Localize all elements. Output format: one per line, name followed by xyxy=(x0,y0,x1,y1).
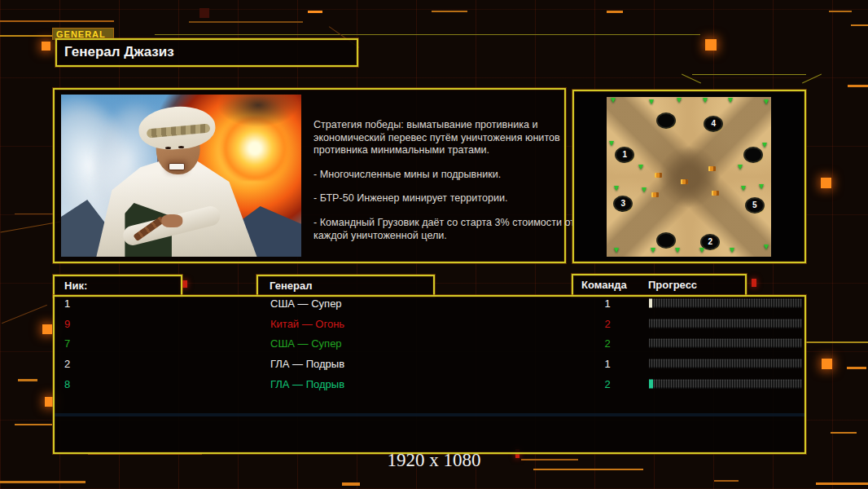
player-nick: 1 xyxy=(64,297,70,310)
nick-header-box: Ник: xyxy=(53,275,182,297)
map-start-position: 3 xyxy=(615,197,631,210)
player-nick: 8 xyxy=(64,377,70,390)
team-header-label: Команда xyxy=(581,279,627,291)
player-nick: 7 xyxy=(64,337,70,350)
bg-line xyxy=(0,221,60,232)
map-flag-icon xyxy=(759,184,764,189)
table-row: 8 ГЛА — Подрыв 2 xyxy=(55,373,804,394)
map-flag-icon xyxy=(614,186,619,191)
bg-line xyxy=(15,424,52,425)
map-flag-icon xyxy=(730,248,734,253)
map-start-position: 1 xyxy=(616,148,633,161)
map-flag-icon xyxy=(614,248,619,253)
bg-line xyxy=(831,432,857,434)
general-header-label: Генерал xyxy=(270,280,312,292)
map-start-position xyxy=(745,148,761,161)
map-flag-icon xyxy=(762,143,767,148)
bg-line xyxy=(692,74,806,75)
bg-line xyxy=(189,21,303,23)
map-start-position: 5 xyxy=(747,199,763,212)
bg-line xyxy=(847,367,866,369)
table-row: 7 США — Супер 2 xyxy=(55,333,804,354)
map-start-position: 2 xyxy=(702,236,718,249)
bg-strip xyxy=(55,413,804,416)
player-team: 1 xyxy=(598,358,617,370)
bg-line xyxy=(682,74,701,84)
bg-square-orange xyxy=(705,39,717,51)
player-rows: 1 США — Супер 1 9 Китай — Огонь 2 7 США … xyxy=(55,297,804,452)
player-progress-bar xyxy=(649,319,802,328)
strategy-bullet: - Командный Грузовик даёт со старта 3% с… xyxy=(313,217,579,242)
map-flag-icon xyxy=(675,248,680,253)
bg-square-orange xyxy=(42,42,50,51)
player-progress-bar xyxy=(649,359,802,368)
bg-line xyxy=(829,11,852,12)
bg-line xyxy=(2,305,47,324)
map-start-position xyxy=(658,114,674,127)
map-flag-icon xyxy=(649,99,654,104)
player-general: США — Супер xyxy=(270,337,342,350)
player-general: США — Супер xyxy=(270,297,342,310)
general-name: Генерал Джазиз xyxy=(57,40,357,60)
player-team: 2 xyxy=(598,377,617,390)
nick-header-label: Ник: xyxy=(64,280,87,292)
bg-line xyxy=(342,482,360,486)
map-flag-icon xyxy=(741,186,746,191)
player-progress-bar xyxy=(649,299,802,308)
map-flag-icon xyxy=(642,187,647,192)
player-team: 2 xyxy=(598,337,617,350)
bg-line xyxy=(0,481,85,483)
progress-tick xyxy=(649,379,653,388)
map-start-position xyxy=(658,234,674,247)
bg-square-orange xyxy=(822,359,832,369)
map-flag-icon xyxy=(611,98,616,103)
player-nick: 2 xyxy=(64,358,70,370)
bg-square-orange xyxy=(821,178,831,188)
minimap-panel: 14352 xyxy=(572,90,806,263)
map-flag-icon xyxy=(609,141,614,146)
map-flag-icon xyxy=(703,98,708,103)
map-vehicle-icon xyxy=(681,179,688,184)
player-general: Китай — Огонь xyxy=(270,317,344,329)
player-progress-bar xyxy=(649,379,802,388)
player-general: ГЛА — Подрыв xyxy=(270,358,344,370)
progress-tick xyxy=(649,299,652,308)
bg-square-red xyxy=(182,280,187,288)
general-portrait xyxy=(61,95,301,257)
map-flag-icon xyxy=(738,165,743,170)
player-progress-bar xyxy=(649,339,802,348)
map-vehicle-icon xyxy=(708,166,716,171)
bg-line xyxy=(851,24,868,26)
map-flag-icon xyxy=(699,248,704,253)
player-team: 2 xyxy=(598,317,617,329)
map-flag-icon xyxy=(638,165,643,170)
team-progress-header-box: Команда Прогресс xyxy=(572,274,747,297)
bg-line xyxy=(804,341,868,343)
players-panel: 1 США — Супер 1 9 Китай — Огонь 2 7 США … xyxy=(53,295,806,454)
map-vehicle-icon xyxy=(651,192,659,197)
figure-eye-art xyxy=(178,146,184,148)
map-start-position: 4 xyxy=(705,117,721,130)
map-flag-icon xyxy=(677,98,682,103)
bg-line xyxy=(308,11,322,13)
map-vehicle-icon xyxy=(712,191,719,196)
bg-line xyxy=(816,482,868,485)
bg-line xyxy=(607,11,623,13)
bg-line xyxy=(802,74,822,84)
map-flag-icon xyxy=(728,98,733,103)
smoke-art xyxy=(205,95,301,134)
bg-line xyxy=(18,379,37,381)
bg-line xyxy=(432,11,467,12)
table-row: 1 США — Супер 1 xyxy=(55,297,804,314)
map-vehicle-icon xyxy=(655,173,662,178)
player-general: ГЛА — Подрыв xyxy=(270,377,344,390)
resolution-label: 1920 x 1080 xyxy=(0,450,868,471)
figure-hand-art xyxy=(161,214,182,227)
bg-line xyxy=(155,34,700,35)
bg-line xyxy=(714,480,739,482)
strategy-bullet: - БТР-50 Инженер минирует территории. xyxy=(313,192,579,205)
loading-screen: GENERAL Генерал Джазиз Стратегия поб xyxy=(0,0,868,489)
strategy-bullet: - Многочисленные мины и подрывники. xyxy=(313,169,579,182)
bg-line xyxy=(0,20,114,22)
progress-header-label: Прогресс xyxy=(648,279,697,291)
